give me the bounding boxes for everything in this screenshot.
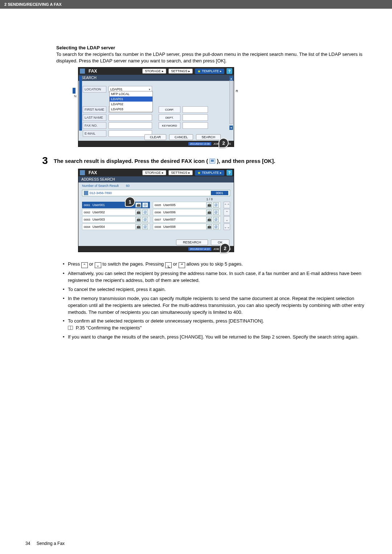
storage-button[interactable]: STORAGE▸ [142, 69, 166, 74]
fax-select-icon[interactable]: 📠 [206, 224, 212, 229]
fax-no-input[interactable] [109, 122, 152, 129]
help-button[interactable]: ? [226, 68, 232, 74]
result-count-row: Number of Search Result 60 [78, 182, 234, 189]
note-item: In the memory transmission mode, you can… [63, 295, 367, 316]
page-content: Selecting the LDAP server To search for … [0, 9, 392, 365]
fax-icon [80, 170, 85, 175]
corp-button[interactable]: CORP. [159, 106, 180, 113]
mail-select-icon[interactable]: @ [213, 210, 219, 215]
mail-select-icon[interactable]: @ [142, 210, 148, 215]
fax-select-icon[interactable]: 📠 [135, 224, 141, 229]
cross-reference-link[interactable]: P.35 "Confirming the recipients" [76, 325, 142, 331]
chevron-down-icon: ▾ [149, 88, 150, 91]
template-button[interactable]: ★TEMPLATE▸ [195, 69, 224, 74]
chapter-title: 2 SENDING/RECEIVING A FAX [4, 2, 62, 7]
step-number: 3 [40, 156, 50, 166]
fax-select-icon[interactable]: 📠 [206, 210, 212, 215]
fax-select-icon[interactable]: 📠 [135, 210, 141, 215]
star-icon: ★ [197, 171, 201, 175]
result-row[interactable]: 0007 User007 📠@ [153, 216, 221, 223]
mail-select-icon[interactable]: @ [142, 202, 148, 208]
result-count-label: Number of Search Result [82, 184, 119, 188]
mail-select-icon[interactable]: @ [142, 224, 148, 229]
help-button[interactable]: ? [226, 170, 232, 176]
step-instruction: The search result is displayed. Press th… [54, 156, 367, 166]
dropdown-item[interactable]: LDAP02 [110, 102, 152, 107]
keyword-input[interactable] [183, 122, 208, 129]
status-bar: 2011/02/10 14:22 JOB STATUS [78, 246, 234, 252]
corp-input[interactable] [183, 106, 208, 113]
last-name-label: LAST NAME [83, 114, 106, 121]
left-char: N [74, 94, 77, 98]
fax-select-icon[interactable]: 📠 [206, 217, 212, 222]
cancel-button[interactable]: CANCEL [169, 134, 193, 140]
search-button[interactable]: SEARCH [196, 134, 221, 140]
settings-button[interactable]: SETTINGS▸ [168, 69, 193, 74]
address-search-panel: FAX STORAGE▸ SETTINGS▸ ★TEMPLATE▸ ? ADDR… [78, 169, 234, 252]
note-item: If you want to change the results of the… [63, 334, 367, 341]
settings-button[interactable]: SETTINGS▸ [168, 170, 193, 175]
dept-button[interactable]: DEPT. [159, 114, 180, 121]
panel-subtitle: ADDRESS SEARCH [78, 176, 234, 182]
fax-select-icon[interactable]: 📠 [135, 202, 141, 208]
page-up-icon: ⌃ [81, 262, 88, 268]
research-button[interactable]: RESEARCH [176, 239, 208, 245]
page-down-icon: ⌄ [95, 262, 101, 268]
subsection-intro: To search for the recipient's fax number… [56, 51, 367, 64]
location-label: LOCATION [83, 86, 106, 93]
scroll-down-icon[interactable]: ⌄ [224, 216, 230, 223]
status-datetime: 2011/02/10 14:22 [188, 247, 211, 251]
dropdown-item[interactable]: LDAP01 [110, 97, 152, 102]
note-item: To cancel the selected recipient, press … [63, 286, 367, 293]
dropdown-item[interactable]: LDAP03 [110, 107, 152, 112]
scroll-up-icon[interactable]: ⌃ [224, 209, 230, 216]
status-bar: 2011/02/10 13:36 JOB STATUS [78, 141, 234, 147]
result-row[interactable]: 0006 User006 📠@ [153, 209, 221, 216]
mail-select-icon[interactable]: @ [213, 217, 219, 222]
fax-select-icon[interactable]: 📠 [206, 202, 212, 208]
location-value: LDAP01 [110, 87, 123, 91]
ldap-search-panel: FAX STORAGE▸ SETTINGS▸ ★TEMPLATE▸ ? SEAR… [78, 67, 234, 147]
selected-recipient-chip: 012-3456-7890 0001 [82, 190, 230, 196]
page-indicator: 1 / 8 [78, 196, 234, 202]
template-button[interactable]: ★TEMPLATE▸ [195, 170, 224, 176]
location-dropdown-list[interactable]: MFP LOCAL LDAP01 LDAP02 LDAP03 [109, 91, 153, 112]
panel-footer: RESEARCH OK [78, 239, 234, 245]
note-item: To confirm all the selected recipients o… [63, 318, 367, 332]
panel-footer: CLEAR CANCEL SEARCH [78, 134, 234, 140]
mail-select-icon[interactable]: @ [142, 217, 148, 222]
result-row[interactable]: 0001 User001 📠@ [82, 202, 150, 208]
status-datetime: 2011/02/10 13:36 [188, 142, 211, 145]
result-count-value: 60 [126, 184, 130, 188]
panel-subtitle: SEARCH [78, 75, 234, 81]
titlebar-fax-label: FAX [87, 69, 97, 74]
keyword-button[interactable]: KEYWORD [159, 122, 180, 129]
selected-number: 012-3456-7890 [90, 191, 112, 195]
clear-button[interactable]: CLEAR [144, 134, 166, 140]
scroll-top-icon[interactable]: ▴ [229, 76, 233, 81]
last-name-input[interactable] [109, 114, 152, 121]
fax-no-label: FAX NO. [83, 122, 106, 129]
scroll-fast-down-icon[interactable]: ⌄⌄ [224, 223, 230, 230]
mail-select-icon[interactable]: @ [213, 224, 219, 229]
dept-input[interactable] [183, 114, 208, 121]
scroll-fast-up-icon[interactable]: ⌃⌃ [224, 202, 230, 208]
titlebar-fax-label: FAX [87, 170, 97, 175]
result-grid: 0001 User001 📠@ 0005 User005 📠@ ⌃⌃ 0002 … [78, 202, 234, 230]
result-row[interactable]: 0004 User004 📠@ [82, 223, 150, 230]
chapter-header: 2 SENDING/RECEIVING A FAX [0, 0, 392, 9]
panel-titlebar: FAX STORAGE▸ SETTINGS▸ ★TEMPLATE▸ ? [78, 169, 234, 176]
fax-select-icon[interactable]: 📠 [135, 217, 141, 222]
note-item: Alternatively, you can select the recipi… [63, 270, 367, 284]
mail-select-icon[interactable]: @ [213, 202, 219, 208]
result-row[interactable]: 0002 User002 📠@ [82, 209, 150, 216]
result-row[interactable]: 0008 User008 📠@ [153, 223, 221, 230]
result-row[interactable]: 0003 User003 📠@ [82, 216, 150, 223]
fax-icon [84, 191, 88, 195]
left-outer-tab [73, 88, 75, 94]
selected-badge: 0001 [211, 191, 228, 195]
storage-button[interactable]: STORAGE▸ [142, 170, 166, 175]
dropdown-item[interactable]: MFP LOCAL [110, 91, 152, 97]
right-char: R [236, 89, 238, 93]
result-row[interactable]: 0005 User005 📠@ [153, 202, 221, 208]
